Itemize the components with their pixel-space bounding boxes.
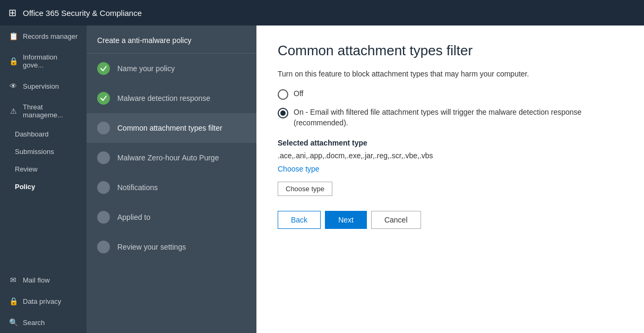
step-circle-attachment-filter xyxy=(97,122,110,134)
content-description: Turn on this feature to block attachment… xyxy=(278,70,623,78)
topbar: ⊞ Office 365 Security & Compliance xyxy=(0,0,644,25)
sidebar-sub-review[interactable]: Review xyxy=(0,160,87,178)
step-circle-notifications xyxy=(97,181,110,194)
wizard-steps: Name your policy Malware detection respo… xyxy=(87,54,256,333)
step-circle-malware-detection xyxy=(97,92,110,105)
threat-icon: ⚠ xyxy=(9,107,18,115)
grid-icon[interactable]: ⊞ xyxy=(8,7,16,19)
step-label-attachment-filter: Common attachment types filter xyxy=(117,124,222,132)
sidebar-label-records: Records manager xyxy=(23,32,78,40)
step-label-name-policy: Name your policy xyxy=(117,64,175,73)
step-label-zero-hour: Malware Zero-hour Auto Purge xyxy=(117,153,219,162)
lock-icon: 🔒 xyxy=(9,57,18,65)
sidebar-item-records[interactable]: 📋 Records manager xyxy=(0,25,87,47)
sidebar-label-infogov: Information gove... xyxy=(23,53,79,69)
mail-icon: ✉ xyxy=(9,276,18,284)
sidebar-item-search[interactable]: 🔍 Search xyxy=(0,312,87,333)
step-label-notifications: Notifications xyxy=(117,183,158,192)
step-circle-applied-to xyxy=(97,211,110,224)
sidebar-item-mailflow[interactable]: ✉ Mail flow xyxy=(0,269,87,291)
button-row: Back Next Cancel xyxy=(278,211,623,229)
search-icon: 🔍 xyxy=(9,318,18,327)
radio-off-label: Off xyxy=(294,89,303,99)
sidebar-label-dataprivacy: Data privacy xyxy=(23,297,61,305)
wizard-step-applied-to[interactable]: Applied to xyxy=(87,202,256,232)
wizard-panel: Create a anti-malware policy Name your p… xyxy=(87,25,256,333)
sidebar-label-search: Search xyxy=(23,319,45,327)
sidebar-label-supervision: Supervision xyxy=(23,82,59,90)
sidebar-item-infogov[interactable]: 🔒 Information gove... xyxy=(0,47,87,75)
cancel-button[interactable]: Cancel xyxy=(371,211,421,229)
records-icon: 📋 xyxy=(9,32,18,40)
sidebar-item-threat[interactable]: ⚠ Threat manageme... xyxy=(0,97,87,125)
privacy-icon: 🔒 xyxy=(9,297,18,305)
back-button[interactable]: Back xyxy=(278,211,321,229)
attachment-types-list: .ace,.ani,.app,.docm,.exe,.jar,.reg,.scr… xyxy=(278,151,623,160)
sidebar-sub-policy[interactable]: Policy xyxy=(0,178,87,195)
sidebar-label-mailflow: Mail flow xyxy=(23,276,50,284)
main-area: 📋 Records manager 🔒 Information gove... … xyxy=(0,25,644,333)
radio-on-label: On - Email with filtered file attachment… xyxy=(294,107,623,128)
sidebar-sub-label-policy: Policy xyxy=(15,183,35,191)
step-label-malware-detection: Malware detection response xyxy=(117,94,210,103)
selected-attachment-label: Selected attachment type xyxy=(278,139,623,147)
wizard-step-malware-detection[interactable]: Malware detection response xyxy=(87,83,256,113)
sidebar-sub-dashboard[interactable]: Dashboard xyxy=(0,125,87,143)
step-label-applied-to: Applied to xyxy=(117,213,150,221)
radio-on[interactable] xyxy=(278,108,288,118)
step-circle-name-policy xyxy=(97,62,110,75)
radio-on-row: On - Email with filtered file attachment… xyxy=(278,107,623,128)
step-label-review: Review your settings xyxy=(117,243,186,251)
wizard-step-attachment-filter[interactable]: Common attachment types filter xyxy=(87,113,256,143)
content-panel: Common attachment types filter Turn on t… xyxy=(256,25,644,333)
sidebar: 📋 Records manager 🔒 Information gove... … xyxy=(0,25,87,333)
sidebar-label-threat: Threat manageme... xyxy=(23,103,79,119)
choose-type-button[interactable]: Choose type xyxy=(278,182,332,196)
radio-off-row: Off xyxy=(278,89,623,100)
sidebar-item-supervision[interactable]: 👁 Supervision xyxy=(0,75,87,97)
step-circle-zero-hour xyxy=(97,151,110,164)
sidebar-sub-label-submissions: Submissions xyxy=(15,148,54,156)
sidebar-item-dataprivacy[interactable]: 🔒 Data privacy xyxy=(0,291,87,312)
app-title: Office 365 Security & Compliance xyxy=(23,8,142,18)
next-button[interactable]: Next xyxy=(325,211,367,229)
eye-icon: 👁 xyxy=(9,82,18,90)
choose-type-link[interactable]: Choose type xyxy=(278,165,320,173)
sidebar-sub-label-dashboard: Dashboard xyxy=(15,130,49,138)
wizard-step-name-policy[interactable]: Name your policy xyxy=(87,54,256,83)
step-circle-review xyxy=(97,241,110,253)
content-title: Common attachment types filter xyxy=(278,42,623,59)
wizard-step-review[interactable]: Review your settings xyxy=(87,232,256,262)
wizard-step-notifications[interactable]: Notifications xyxy=(87,173,256,202)
wizard-step-zero-hour[interactable]: Malware Zero-hour Auto Purge xyxy=(87,143,256,173)
sidebar-sub-submissions[interactable]: Submissions xyxy=(0,143,87,160)
sidebar-sub-label-review: Review xyxy=(15,165,38,173)
radio-off[interactable] xyxy=(278,89,288,100)
wizard-title: Create a anti-malware policy xyxy=(87,25,256,54)
